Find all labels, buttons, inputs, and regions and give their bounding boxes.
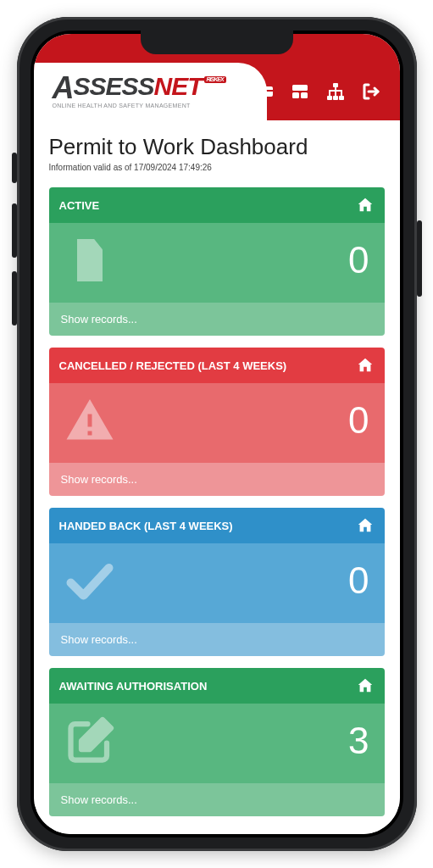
logo-riskex-badge: RISKEX (204, 76, 226, 83)
card-body: 0 (49, 543, 385, 623)
card-header: HANDED BACK (LAST 4 WEEKS) (49, 508, 385, 543)
card-title: CANCELLED / REJECTED (LAST 4 WEEKS) (59, 359, 287, 372)
card-header: ACTIVE (49, 187, 385, 223)
card-awaiting-authorisation: AWAITING AUTHORISATION 3 Show records... (49, 668, 385, 816)
card-footer-link[interactable]: Show records... (49, 463, 385, 496)
card-header: AWAITING AUTHORISATION (49, 668, 385, 704)
card-active: ACTIVE 0 Show records... (49, 187, 385, 336)
svg-rect-7 (333, 96, 338, 100)
logo[interactable]: A SSESS NET RISKEX ONLINE HEALTH AND SAF… (53, 75, 226, 109)
phone-side-button (12, 271, 17, 326)
edit-icon (64, 715, 115, 766)
card-body: 0 (49, 223, 385, 303)
check-icon (64, 555, 115, 606)
card-header: CANCELLED / REJECTED (LAST 4 WEEKS) (49, 348, 385, 383)
phone-side-button (12, 203, 17, 258)
logo-plate: A SSESS NET RISKEX ONLINE HEALTH AND SAF… (34, 63, 239, 120)
card-handed-back: HANDED BACK (LAST 4 WEEKS) 0 Show record… (49, 508, 385, 656)
svg-rect-4 (301, 92, 308, 98)
svg-rect-2 (292, 85, 308, 91)
logo-text-a: A (53, 75, 74, 102)
card-value: 0 (348, 559, 369, 602)
card-body: 3 (49, 704, 385, 783)
card-body: 0 (49, 383, 385, 463)
card-value: 0 (348, 239, 369, 281)
logo-text-ssess: SSESS (74, 75, 154, 97)
home-icon[interactable] (356, 516, 375, 535)
content: Permit to Work Dashboard Information val… (34, 120, 400, 834)
file-icon (64, 235, 115, 286)
home-icon[interactable] (356, 196, 375, 214)
logo-subtitle: ONLINE HEALTH AND SAFETY MANAGEMENT (53, 103, 226, 108)
phone-frame: A SSESS NET RISKEX ONLINE HEALTH AND SAF… (17, 17, 417, 851)
home-icon[interactable] (356, 356, 375, 375)
page-subtitle: Information valid as of 17/09/2024 17:49… (49, 163, 385, 172)
home-icon[interactable] (356, 676, 375, 695)
svg-rect-8 (339, 96, 344, 100)
phone-side-button (12, 153, 17, 183)
card-footer-link[interactable]: Show records... (49, 303, 385, 336)
svg-rect-5 (333, 83, 338, 87)
card-value: 0 (348, 399, 369, 442)
card-title: HANDED BACK (LAST 4 WEEKS) (59, 520, 233, 532)
sitemap-icon[interactable] (325, 81, 346, 102)
app-header: A SSESS NET RISKEX ONLINE HEALTH AND SAF… (34, 63, 400, 120)
card-footer-link[interactable]: Show records... (49, 783, 385, 816)
card-cancelled: CANCELLED / REJECTED (LAST 4 WEEKS) 0 Sh… (49, 348, 385, 496)
phone-side-button (417, 220, 422, 297)
phone-notch (141, 31, 293, 54)
svg-rect-3 (292, 92, 299, 98)
card-title: ACTIVE (59, 199, 100, 212)
logo-text-net: NET (154, 75, 203, 97)
card-footer-link[interactable]: Show records... (49, 623, 385, 656)
svg-rect-6 (327, 96, 332, 100)
screen: A SSESS NET RISKEX ONLINE HEALTH AND SAF… (34, 34, 400, 834)
card-title: AWAITING AUTHORISATION (59, 680, 208, 693)
dashboard-icon[interactable] (290, 81, 310, 102)
alert-icon (64, 395, 115, 446)
logout-icon[interactable] (361, 81, 381, 102)
card-value: 3 (348, 720, 369, 762)
page-title: Permit to Work Dashboard (49, 134, 385, 160)
